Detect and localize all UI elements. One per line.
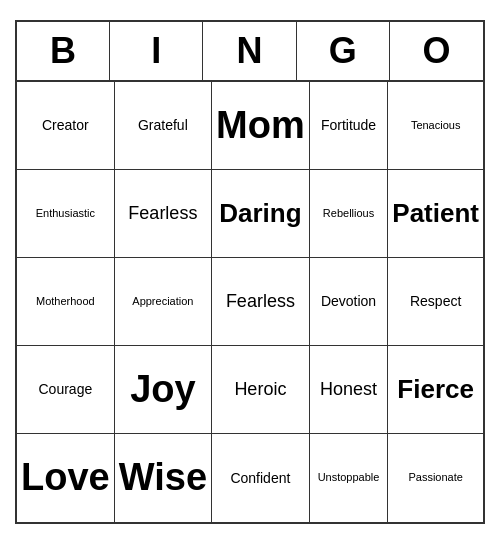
cell-text: Fearless xyxy=(226,291,295,313)
header-letter: I xyxy=(110,22,203,80)
cell-text: Joy xyxy=(130,367,195,413)
bingo-cell: Fearless xyxy=(115,170,212,258)
header-letter: N xyxy=(203,22,296,80)
bingo-cell: Appreciation xyxy=(115,258,212,346)
cell-text: Devotion xyxy=(321,293,376,310)
bingo-cell: Tenacious xyxy=(388,82,483,170)
cell-text: Confident xyxy=(230,470,290,487)
bingo-cell: Courage xyxy=(17,346,115,434)
bingo-cell: Wise xyxy=(115,434,212,522)
bingo-cell: Respect xyxy=(388,258,483,346)
bingo-header: BINGO xyxy=(17,22,483,82)
bingo-cell: Enthusiastic xyxy=(17,170,115,258)
bingo-cell: Passionate xyxy=(388,434,483,522)
bingo-cell: Patient xyxy=(388,170,483,258)
bingo-cell: Love xyxy=(17,434,115,522)
bingo-cell: Motherhood xyxy=(17,258,115,346)
bingo-cell: Rebellious xyxy=(310,170,389,258)
cell-text: Appreciation xyxy=(132,295,193,308)
cell-text: Rebellious xyxy=(323,207,374,220)
cell-text: Creator xyxy=(42,117,89,134)
header-letter: G xyxy=(297,22,390,80)
cell-text: Enthusiastic xyxy=(36,207,95,220)
bingo-cell: Honest xyxy=(310,346,389,434)
cell-text: Honest xyxy=(320,379,377,401)
bingo-cell: Daring xyxy=(212,170,310,258)
bingo-cell: Fortitude xyxy=(310,82,389,170)
bingo-cell: Fierce xyxy=(388,346,483,434)
cell-text: Respect xyxy=(410,293,461,310)
cell-text: Grateful xyxy=(138,117,188,134)
bingo-cell: Unstoppable xyxy=(310,434,389,522)
bingo-cell: Grateful xyxy=(115,82,212,170)
cell-text: Wise xyxy=(119,455,207,501)
bingo-grid: CreatorGratefulMomFortitudeTenaciousEnth… xyxy=(17,82,483,522)
bingo-cell: Creator xyxy=(17,82,115,170)
cell-text: Mom xyxy=(216,103,305,149)
bingo-cell: Mom xyxy=(212,82,310,170)
cell-text: Patient xyxy=(392,198,479,229)
cell-text: Courage xyxy=(39,381,93,398)
bingo-card: BINGO CreatorGratefulMomFortitudeTenacio… xyxy=(15,20,485,524)
cell-text: Tenacious xyxy=(411,119,461,132)
cell-text: Passionate xyxy=(408,471,462,484)
bingo-cell: Fearless xyxy=(212,258,310,346)
bingo-cell: Joy xyxy=(115,346,212,434)
cell-text: Love xyxy=(21,455,110,501)
cell-text: Heroic xyxy=(234,379,286,401)
cell-text: Fierce xyxy=(397,374,474,405)
cell-text: Unstoppable xyxy=(318,471,380,484)
cell-text: Daring xyxy=(219,198,301,229)
bingo-cell: Heroic xyxy=(212,346,310,434)
bingo-cell: Confident xyxy=(212,434,310,522)
header-letter: O xyxy=(390,22,483,80)
header-letter: B xyxy=(17,22,110,80)
cell-text: Motherhood xyxy=(36,295,95,308)
cell-text: Fearless xyxy=(128,203,197,225)
bingo-cell: Devotion xyxy=(310,258,389,346)
cell-text: Fortitude xyxy=(321,117,376,134)
